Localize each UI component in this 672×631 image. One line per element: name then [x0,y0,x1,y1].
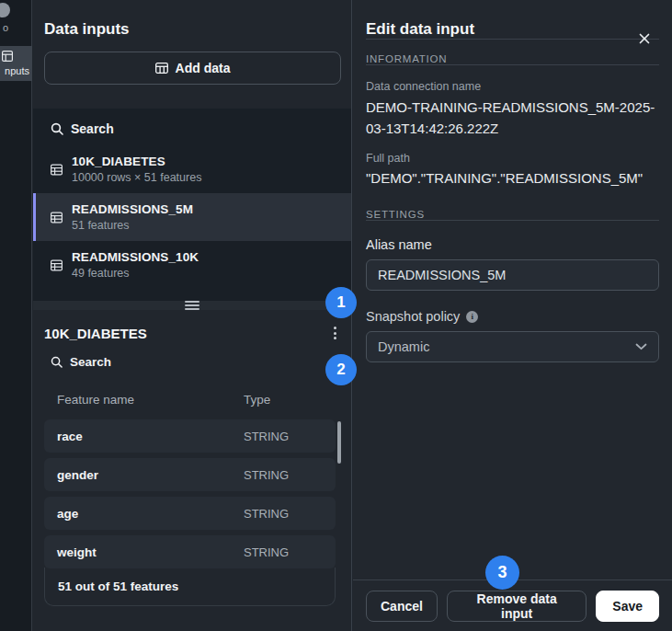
search-icon [51,122,63,135]
full-path-label: Full path [366,152,659,165]
table-grid-icon [51,164,63,176]
add-data-label: Add data [176,61,231,75]
dataset-detail-panel: 10K_DIABETES Search Feature name Type ra… [33,310,351,631]
drag-handle-icon [185,301,199,310]
full-path-value: "DEMO"."TRAINING"."READMISSIONS_5M" [366,167,659,189]
feature-search-input[interactable]: Search [51,355,111,369]
close-icon[interactable] [639,30,655,47]
app-screen: o nputs Data inputs Add data [0,0,672,631]
alias-name-field[interactable] [366,259,659,291]
feature-name: age [57,507,78,521]
dataset-name: 10K_DIABETES [72,155,201,168]
dataset-item-readmissions-5m[interactable]: READMISSIONS_5M 51 features [33,193,351,241]
search-icon [51,356,63,368]
feature-count-label: 51 out of 51 features [58,579,178,593]
annotation-badge-1: 1 [325,287,357,318]
search-label: Search [70,355,111,369]
table-grid-icon [51,212,63,224]
snapshot-policy-value: Dynamic [378,339,429,354]
panel-title: Data inputs [44,20,130,39]
nav-rail: o nputs [0,0,32,631]
nav-rail-item-label: nputs [5,65,29,76]
search-label: Search [71,121,114,136]
nav-rail-item-label: o [3,22,8,33]
dataset-meta: 51 features [72,219,193,232]
table-row[interactable]: weight STRING [44,535,336,568]
dataset-item-readmissions-10k[interactable]: READMISSIONS_10K 49 features [33,241,351,280]
dataset-meta: 49 features [72,267,199,280]
snapshot-policy-select[interactable]: Dynamic [366,331,659,362]
scrollbar-thumb[interactable] [337,421,341,464]
snapshot-policy-label: Snapshot policy [366,309,460,324]
feature-table-header: Feature name Type [57,393,333,407]
column-type: Type [244,393,270,407]
feature-type: STRING [244,468,289,482]
avatar-icon [0,3,10,17]
dataset-item-10k-diabetes[interactable]: 10K_DIABETES 10000 rows × 51 features [33,145,351,193]
data-inputs-header: Data inputs Add data [33,0,351,109]
section-settings: SETTINGS [366,209,659,220]
data-inputs-panel: Data inputs Add data Search 10K [33,0,352,631]
dataset-name: READMISSIONS_10K [72,250,199,264]
table-grid-icon [155,62,168,75]
data-connection-name-label: Data connection name [366,80,659,93]
alias-name-label: Alias name [366,237,659,252]
panel-resize-handle[interactable] [33,301,351,310]
table-grid-icon [51,259,63,271]
panel-title: Edit data input [366,20,659,39]
feature-table: race STRING gender STRING age STRING wei… [44,419,336,574]
feature-type: STRING [244,545,289,559]
remove-data-input-button[interactable]: Remove data input [447,591,587,622]
nav-rail-item-data-inputs[interactable]: nputs [0,46,32,81]
edit-panel-footer: Cancel Remove data input Save [353,579,672,631]
kebab-menu-icon[interactable] [330,325,340,341]
table-row[interactable]: age STRING [44,497,336,530]
feature-name: race [57,430,83,443]
annotation-badge-3: 3 [485,556,519,590]
column-feature-name: Feature name [57,393,134,407]
table-row[interactable]: gender STRING [44,458,336,491]
save-button[interactable]: Save [596,591,659,622]
detail-title: 10K_DIABETES [44,326,147,341]
feature-name: gender [57,468,98,482]
feature-type: STRING [244,430,289,443]
feature-count-footer: 51 out of 51 features [44,568,336,606]
dataset-meta: 10000 rows × 51 features [72,171,201,184]
dataset-search-input[interactable]: Search [33,109,351,145]
table-row[interactable]: race STRING [44,419,336,453]
dataset-list: Search 10K_DIABETES 10000 rows × 51 feat… [33,109,351,301]
data-connection-name-value: DEMO-TRAINING-READMISSIONS_5M-2025-03-13… [366,97,659,139]
feature-type: STRING [244,507,289,521]
section-information: INFORMATION [366,53,659,64]
info-icon[interactable]: i [466,311,478,323]
chevron-down-icon [635,343,647,350]
edit-data-input-panel: Edit data input INFORMATION Data connect… [353,0,672,631]
add-data-button[interactable]: Add data [44,52,341,85]
dataset-name: READMISSIONS_5M [72,202,193,216]
feature-name: weight [57,545,97,559]
table-grid-icon [2,51,13,62]
annotation-badge-2: 2 [325,354,357,385]
cancel-button[interactable]: Cancel [366,591,438,622]
